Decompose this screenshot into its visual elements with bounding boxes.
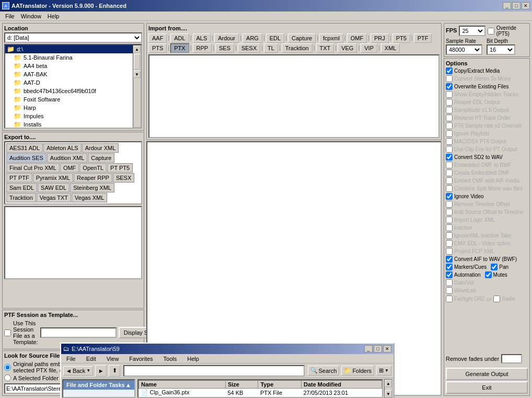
export-btn-aes31[interactable]: AES31 ADL: [6, 143, 43, 153]
export-btn-ardour[interactable]: Ardour XML: [82, 143, 119, 153]
export-btn-audses[interactable]: Audition SES: [6, 153, 47, 163]
menu-window[interactable]: Window: [18, 12, 44, 20]
import-btn-aaf[interactable]: AAF: [148, 33, 167, 43]
import-btn-fcpxml[interactable]: fcpxml: [319, 33, 343, 43]
location-scrollbar[interactable]: ▲ ▼: [133, 45, 141, 128]
export-btn-tracktion[interactable]: Tracktion: [6, 193, 36, 202]
import-btn-sesx[interactable]: SESX: [238, 43, 260, 53]
import-btn-rpp[interactable]: RPP: [193, 43, 212, 53]
explorer-menu-view[interactable]: View: [103, 355, 122, 363]
export-btn-samedl[interactable]: Sam EDL: [6, 183, 37, 192]
folders-button[interactable]: 📁 Folders: [341, 366, 374, 376]
view-button[interactable]: ⊞ ▼: [376, 366, 391, 376]
import-btn-prj[interactable]: PRJ: [371, 33, 389, 43]
location-dropdown[interactable]: d: [Data]: [4, 32, 142, 43]
import-btn-vip[interactable]: VIP: [361, 43, 377, 53]
generate-output-button[interactable]: Generate Output: [446, 368, 528, 380]
opt-ignore-xml-inactive[interactable]: [446, 232, 453, 239]
import-btn-tl[interactable]: TL: [264, 43, 278, 53]
import-btn-adl[interactable]: ADL: [170, 33, 189, 43]
task-panel-toggle[interactable]: ▲: [125, 382, 131, 388]
explorer-menu-tools[interactable]: Tools: [160, 355, 180, 363]
menu-file[interactable]: File: [2, 12, 18, 20]
explorer-maximize[interactable]: □: [374, 345, 382, 352]
opt-sadie[interactable]: [493, 295, 500, 302]
opt-mutes[interactable]: [485, 271, 492, 278]
opt-automation[interactable]: [446, 271, 453, 278]
scroll-up-button[interactable]: ▲: [133, 46, 141, 53]
explorer-scroll-up[interactable]: ▲: [385, 380, 392, 387]
opt-markers[interactable]: [446, 264, 453, 270]
export-btn-capture[interactable]: Capture: [88, 153, 114, 163]
opt-ignore-playlists[interactable]: [446, 130, 453, 137]
opt-samplitude[interactable]: [446, 107, 453, 113]
col-date[interactable]: Date Modified: [301, 381, 381, 389]
window-controls[interactable]: _ □ ✕: [503, 2, 530, 9]
import-btn-ptx[interactable]: PTX: [170, 43, 189, 53]
exit-button[interactable]: Exit: [446, 381, 528, 394]
opt-mute-xml[interactable]: [446, 224, 453, 231]
opt-remove-timeline[interactable]: [446, 201, 453, 208]
export-btn-reaper[interactable]: Reaper RPP: [74, 173, 112, 183]
explorer-menu-help[interactable]: Help: [184, 355, 202, 363]
import-btn-ses[interactable]: SES: [215, 43, 234, 53]
import-btn-veg[interactable]: VEG: [338, 43, 357, 53]
opt-convert-aif[interactable]: [446, 256, 453, 263]
ptf-template-input[interactable]: [40, 327, 117, 338]
export-btn-sawedl[interactable]: SAW EDL: [38, 183, 70, 192]
opt-wavelab[interactable]: [446, 287, 453, 294]
list-item[interactable]: 📁AAT-D: [5, 78, 133, 87]
opt-reverse-pt[interactable]: [446, 115, 453, 121]
opt-create-omf[interactable]: [446, 169, 453, 176]
list-item[interactable]: 📁5.1-Binaural Farina: [5, 53, 133, 62]
source-radio-original[interactable]: [4, 364, 11, 371]
minimize-button[interactable]: _: [503, 2, 511, 9]
bit-depth-dropdown[interactable]: 16: [487, 44, 515, 55]
list-item[interactable]: 📁AA4 beta: [5, 62, 133, 70]
opt-sd2-wav[interactable]: [446, 154, 453, 161]
explorer-menu-favorites[interactable]: Favorites: [126, 355, 156, 363]
maximize-button[interactable]: □: [512, 2, 521, 9]
opt-ignore-video[interactable]: [446, 193, 453, 200]
explorer-scroll-down[interactable]: ▼: [385, 390, 392, 397]
scroll-thumb[interactable]: [134, 54, 140, 70]
ptf-use-template-checkbox[interactable]: [4, 329, 11, 336]
list-item[interactable]: 📁Foxit Software: [5, 95, 133, 104]
opt-cmx-edl[interactable]: [446, 240, 453, 247]
remove-fades-input[interactable]: [501, 354, 522, 363]
close-button[interactable]: ✕: [522, 2, 530, 9]
opt-show-hidden[interactable]: [446, 91, 453, 98]
import-btn-tracktion[interactable]: Tracktion: [282, 43, 313, 53]
opt-pt6-sample[interactable]: [446, 122, 453, 129]
import-btn-omf[interactable]: OMF: [347, 33, 367, 43]
opt-embed-omf-aif[interactable]: [446, 177, 453, 184]
import-btn-ardour[interactable]: Ardour: [214, 33, 239, 43]
opt-embedded-omf[interactable]: [446, 162, 453, 168]
opt-pan[interactable]: [491, 264, 498, 270]
list-item[interactable]: 📁Installs: [5, 120, 133, 128]
export-btn-fcp[interactable]: Final Cut Pro XML: [6, 163, 60, 173]
file-item-drive[interactable]: 📁d:\: [5, 45, 133, 53]
export-btn-opentl[interactable]: OpenTL: [79, 163, 107, 173]
export-btn-vegas-txt[interactable]: Vegas TXT: [37, 193, 71, 202]
opt-add-source-offset[interactable]: [446, 209, 453, 215]
source-radio-folder[interactable]: [4, 374, 11, 381]
export-btn-ableton[interactable]: Ableton ALS: [43, 143, 82, 153]
address-bar[interactable]: [123, 365, 304, 377]
list-item[interactable]: 📁Harp: [5, 104, 133, 112]
opt-copy-extract[interactable]: [446, 67, 453, 74]
fps-dropdown[interactable]: 25: [459, 26, 485, 36]
import-btn-pts[interactable]: PTS: [148, 43, 167, 53]
import-btn-arg[interactable]: ARG: [242, 33, 262, 43]
col-size[interactable]: Size: [225, 381, 258, 389]
export-btn-ptptf[interactable]: PT PTF: [6, 173, 32, 183]
list-item[interactable]: 📁Impules: [5, 112, 133, 120]
opt-combine-mono[interactable]: [446, 185, 453, 192]
export-btn-audxml[interactable]: Audition XML: [47, 153, 87, 163]
explorer-minimize[interactable]: _: [364, 345, 373, 352]
list-item[interactable]: 📁AAT-BAK: [5, 70, 133, 78]
import-btn-pt5[interactable]: PT5: [392, 33, 410, 43]
import-btn-als[interactable]: ALS: [193, 33, 211, 43]
menu-help[interactable]: Help: [44, 12, 63, 20]
opt-stereo-mono[interactable]: [446, 75, 453, 82]
